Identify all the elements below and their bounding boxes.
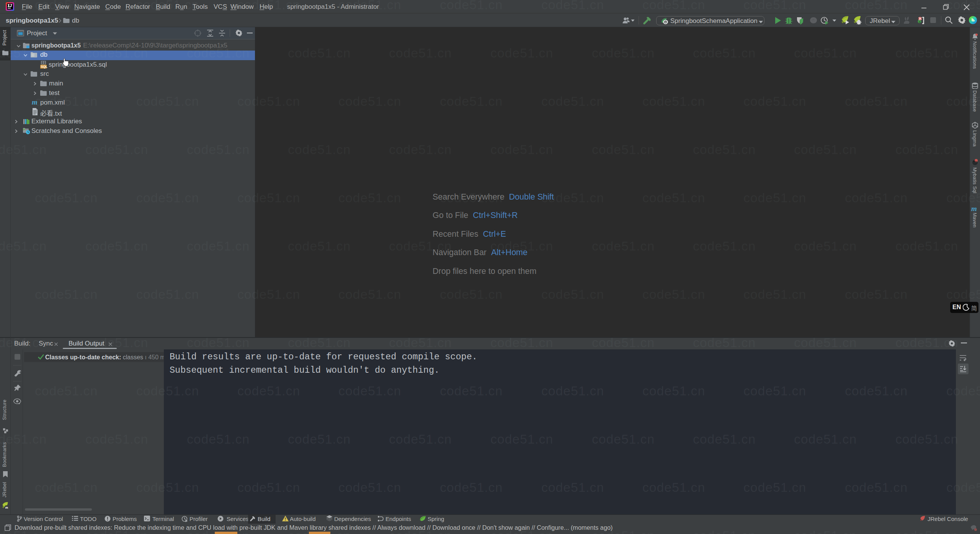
- svg-text:B: B: [919, 20, 921, 24]
- svg-text:SQL: SQL: [41, 65, 47, 69]
- svg-text:IR: IR: [5, 506, 8, 509]
